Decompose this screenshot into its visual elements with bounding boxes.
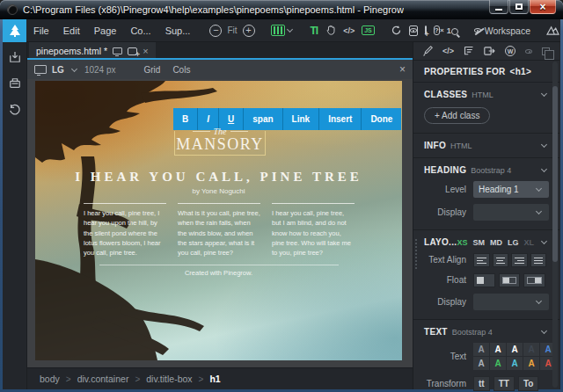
viewport-close-icon[interactable]: × [399,63,406,76]
maximize-icon [515,4,523,10]
new-window-button[interactable] [425,25,427,35]
site-logo-box[interactable]: The MANSORY [174,131,266,156]
panel-scrollbar-thumb[interactable] [552,86,558,262]
text-color-muted[interactable]: A [473,343,489,356]
breakpoint-sm[interactable]: SM [472,238,485,247]
zoom-100-button[interactable]: 1 [447,26,458,35]
menu-components[interactable]: Co... [123,19,157,42]
viewport-bar: LG 1024 px Grid Cols × [27,60,413,79]
library-panel-icon[interactable] [9,77,21,90]
chevron-down-icon[interactable] [541,328,547,334]
breadcrumb-h1[interactable]: h1 [209,374,220,384]
text-color-info[interactable]: A [507,357,523,370]
link-button[interactable]: Link [283,108,320,130]
menu-edit[interactable]: Edit [56,19,87,42]
code-view-button[interactable]: </> [343,26,355,35]
breakpoint-xl[interactable]: XL [523,238,534,247]
grid-toggle[interactable]: Grid [143,65,160,75]
close-button[interactable]: × [530,0,556,14]
transform-lowercase-button[interactable]: tt [473,376,490,391]
info-subtitle: HTML [450,142,472,150]
done-button[interactable]: Done [362,108,401,130]
menu-page[interactable]: Page [87,19,124,42]
mountains-button[interactable] [546,25,559,35]
tab-bar: pinepoems.html * × [27,42,413,60]
screen-size-icon[interactable] [34,65,47,74]
files-panel-icon[interactable] [9,51,21,63]
zoom-out-button[interactable]: − [209,25,222,37]
float-none-button[interactable] [473,273,495,287]
visibility-icon[interactable] [525,49,532,54]
text-edit-button[interactable]: TI [311,25,318,37]
drag-hand-button[interactable] [325,25,336,36]
preview-button[interactable] [409,25,418,36]
add-class-button[interactable]: + Add class [424,107,490,124]
transform-uppercase-button[interactable]: TT [494,376,515,391]
poem-byline[interactable]: by Yone Noguchi [35,187,402,195]
align-center-button[interactable] [493,253,509,267]
workspace-toggle[interactable]: Workspace [474,25,530,36]
layers-icon[interactable] [542,47,550,55]
editor-area: pinepoems.html * × LG 1024 px Grid Cols … [27,42,413,389]
chevron-down-icon[interactable] [541,238,547,244]
breadcrumb-title-box[interactable]: div.title-box [146,374,192,384]
breakpoint-lg[interactable]: LG [508,238,519,247]
poem-title[interactable]: I HEAR YOU CALL, PINE TREE [35,170,402,185]
menu-support[interactable]: Sup... [158,19,198,42]
align-left-button[interactable] [473,253,490,267]
float-right-button[interactable] [523,273,545,287]
zoom-in-button[interactable]: + [243,25,255,37]
zoom-fit-button[interactable]: Fit [227,25,237,35]
text-color-warning[interactable]: A [523,357,539,370]
insert-button[interactable]: Insert [319,108,362,130]
main-toolbar: File Edit Page Co... Sup... − Fit + TI <… [3,19,560,42]
text-color-light[interactable]: A [507,343,523,356]
menu-file[interactable]: File [26,19,56,42]
text-color-secondary[interactable]: A [473,357,489,370]
monitor-icon[interactable] [113,47,122,54]
help-button[interactable]: ? [434,25,440,35]
float-left-button[interactable] [499,273,521,287]
code-panel-icon[interactable]: </> [442,47,454,55]
page-preview[interactable]: B I U span Link Insert Done The MANSORY [35,81,402,360]
breadcrumb-body[interactable]: body [40,374,60,384]
poem-column-3[interactable]: I hear you call, pine tree, but I am bli… [272,203,355,258]
tab-pinepoems[interactable]: pinepoems.html * × [29,42,156,60]
layout-display-select[interactable] [473,294,549,310]
chevron-down-icon[interactable] [541,166,547,172]
reload-button[interactable] [391,25,402,36]
heading-level-select[interactable]: Heading 1 [473,181,549,198]
text-color-dark[interactable]: A [523,343,539,356]
visualize-columns-button[interactable] [271,25,295,36]
chevron-down-icon[interactable] [71,65,77,71]
footer-divider [99,265,339,265]
wordpress-icon[interactable]: W [505,46,515,56]
history-undo-icon[interactable] [9,104,21,116]
heading-display-select[interactable] [473,204,549,221]
style-brush-icon[interactable] [422,46,433,56]
poem-column-2[interactable]: What is it you call, pine tree, when the… [178,203,260,258]
maximize-button[interactable] [509,0,529,14]
pinegrow-logo[interactable] [3,19,26,42]
breakpoint-md[interactable]: MD [490,238,502,247]
chevron-down-icon[interactable] [541,91,547,97]
tab-close-icon[interactable]: × [143,46,148,56]
titlebar[interactable]: C:\Program Files (x86)\Pinegrow4\help\ex… [0,0,563,19]
minimize-button[interactable] [489,0,508,14]
chevron-down-icon[interactable] [541,142,547,148]
javascript-button[interactable]: JS [362,25,375,35]
export-icon[interactable] [484,46,495,56]
new-page-view-icon[interactable] [128,47,137,55]
breakpoint-xs[interactable]: XS [457,238,467,247]
poem-column-1[interactable]: I hear you call, pine tree, I hear you u… [84,203,166,258]
text-color-success[interactable]: A [490,357,506,370]
transform-capitalize-button[interactable]: To [518,376,538,391]
text-color-white[interactable]: A [490,343,506,356]
breadcrumb-container[interactable]: div.container [77,374,129,384]
align-justify-button[interactable] [530,253,547,267]
tree-outline-icon[interactable] [464,46,474,56]
page-footer-text[interactable]: Created with Pinegrow. [35,269,402,277]
align-right-button[interactable] [511,253,528,267]
viewport-size-select[interactable]: LG [52,65,64,75]
cols-toggle[interactable]: Cols [172,65,190,75]
